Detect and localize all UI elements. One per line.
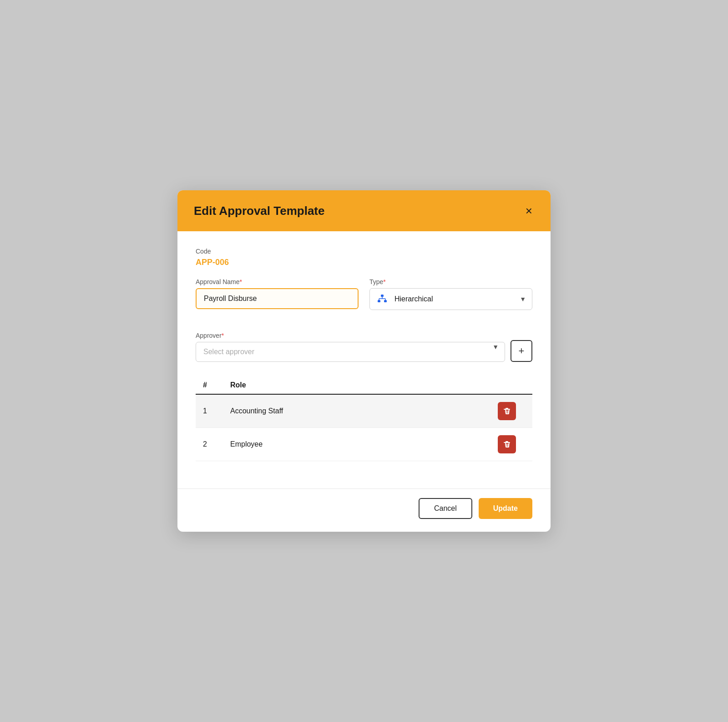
approver-select-group: Approver* Select approver ▼	[196, 332, 505, 362]
svg-rect-1	[378, 300, 380, 302]
row-1-role: Accounting Staff	[230, 407, 498, 415]
modal-title: Edit Approval Template	[194, 204, 325, 218]
hierarchical-icon	[377, 294, 387, 304]
col-action-header	[498, 381, 525, 389]
modal-body: Code APP-006 Approval Name* Type*	[177, 231, 551, 488]
type-value: Hierarchical	[394, 295, 433, 303]
modal-header: Edit Approval Template ×	[177, 190, 551, 231]
add-approver-button[interactable]: +	[511, 340, 532, 362]
type-select[interactable]: Hierarchical ▼	[369, 288, 532, 310]
approval-name-group: Approval Name*	[196, 278, 359, 310]
approver-label: Approver*	[196, 332, 505, 339]
modal-footer: Cancel Update	[177, 488, 551, 532]
svg-rect-0	[381, 295, 384, 297]
code-field-group: Code APP-006	[196, 248, 532, 267]
table-row: 2 Employee	[196, 428, 532, 461]
approver-placeholder: Select approver	[203, 348, 254, 356]
col-number-header: #	[203, 381, 230, 389]
type-select-wrapper: Hierarchical ▼	[369, 288, 532, 310]
row-2-number: 2	[203, 440, 230, 448]
approver-chevron-icon: ▼	[492, 343, 499, 351]
type-group: Type*	[369, 278, 532, 310]
approver-row: Approver* Select approver ▼ +	[196, 332, 532, 362]
approval-name-input[interactable]	[196, 288, 359, 309]
type-label: Type*	[369, 278, 532, 285]
modal-overlay: Edit Approval Template × Code APP-006 Ap…	[0, 0, 728, 722]
trash-icon	[503, 407, 511, 415]
approver-select[interactable]: Select approver ▼	[196, 342, 505, 362]
trash-icon	[503, 440, 511, 448]
close-button[interactable]: ×	[524, 203, 534, 219]
table-header: # Role	[196, 376, 532, 395]
name-type-row: Approval Name* Type*	[196, 278, 532, 321]
code-value: APP-006	[196, 258, 532, 267]
delete-row-2-button[interactable]	[498, 435, 516, 453]
delete-row-1-button[interactable]	[498, 402, 516, 420]
edit-approval-template-modal: Edit Approval Template × Code APP-006 Ap…	[177, 190, 551, 532]
svg-rect-2	[384, 300, 387, 302]
approvers-table: # Role 1 Accounting Staff	[196, 376, 532, 461]
approval-name-label: Approval Name*	[196, 278, 359, 285]
row-1-number: 1	[203, 407, 230, 415]
type-chevron-icon: ▼	[520, 295, 526, 303]
row-2-role: Employee	[230, 440, 498, 448]
cancel-button[interactable]: Cancel	[419, 498, 472, 519]
table-row: 1 Accounting Staff	[196, 395, 532, 428]
code-label: Code	[196, 248, 532, 255]
update-button[interactable]: Update	[479, 498, 532, 519]
col-role-header: Role	[230, 381, 498, 389]
